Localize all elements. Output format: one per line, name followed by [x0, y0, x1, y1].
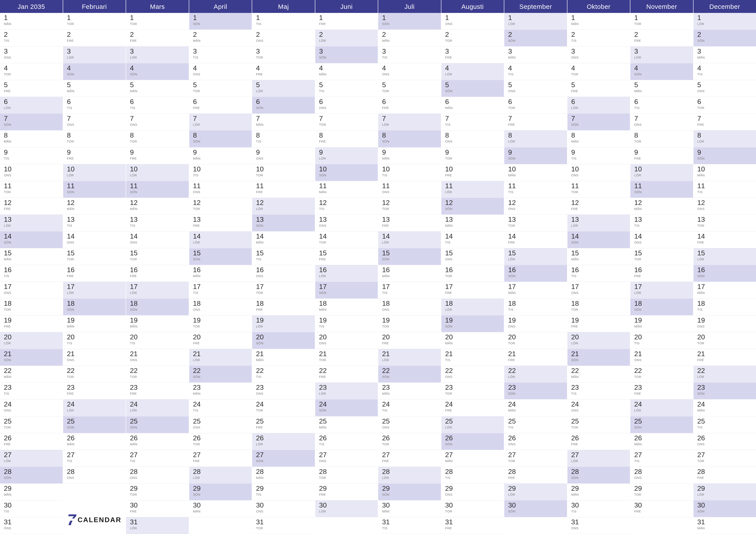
day-weekday: TIS	[193, 291, 252, 294]
day-number: 16	[697, 267, 756, 273]
day-cell: 17ONS	[567, 282, 630, 299]
day-number: 6	[571, 98, 630, 105]
day-weekday: TIS	[382, 291, 441, 294]
day-number: 22	[256, 367, 315, 374]
day-number: 22	[319, 367, 378, 374]
day-cell: 3MÅN	[693, 46, 756, 63]
day-cell: 28TOR	[315, 467, 378, 484]
day-number: 22	[67, 367, 126, 374]
day-cell: 2FRE	[630, 30, 693, 46]
day-weekday: FRE	[508, 476, 567, 479]
day-weekday: SÖN	[634, 308, 693, 311]
day-cell: 6FRE	[378, 97, 441, 114]
day-weekday: ONS	[4, 173, 63, 177]
day-weekday: FRE	[256, 72, 315, 76]
day-cell: 17SÖN	[315, 282, 378, 299]
day-number: 17	[571, 283, 630, 290]
day-cell: 15SÖN	[378, 248, 441, 265]
day-weekday: TOR	[697, 106, 756, 110]
day-number: 25	[67, 418, 126, 425]
day-cell: 10TIS	[189, 164, 252, 181]
day-cell: 23TIS	[0, 383, 63, 399]
day-number: 15	[571, 249, 630, 256]
day-cell: 20SÖN	[252, 332, 315, 349]
day-number: 21	[697, 350, 756, 357]
day-weekday: SÖN	[319, 173, 378, 177]
month-days: 1TOR2FRE3LÖR4SÖN5MÅN6TIS7ONS8TOR9FRE10LÖ…	[126, 13, 189, 534]
day-number: 7	[130, 115, 189, 122]
day-number: 27	[130, 451, 189, 458]
day-cell: 2LÖR	[315, 30, 378, 46]
day-cell: 15LÖR	[693, 248, 756, 265]
day-weekday: TOR	[193, 89, 252, 93]
day-cell: 8LÖR	[504, 131, 567, 147]
day-weekday: LÖR	[130, 526, 189, 530]
day-number: 16	[445, 267, 504, 273]
day-cell: 3LÖR	[63, 46, 126, 63]
month-column: November1TOR2FRE3LÖR4SÖN5MÅN6TIS7ONS8TOR…	[630, 0, 693, 534]
day-cell: 21SÖN	[0, 349, 63, 366]
day-cell: 19TIS	[315, 316, 378, 332]
day-weekday: MÅN	[382, 157, 441, 160]
day-weekday: SÖN	[193, 375, 252, 378]
day-weekday: SÖN	[571, 241, 630, 244]
day-number: 26	[130, 435, 189, 442]
day-weekday: MÅN	[571, 140, 630, 143]
day-number: 23	[256, 384, 315, 391]
day-number: 26	[382, 435, 441, 442]
day-weekday: LÖR	[256, 324, 315, 328]
day-weekday: FRE	[508, 241, 567, 244]
day-cell: 6ONS	[315, 97, 378, 114]
day-cell: 4TIS	[504, 63, 567, 80]
day-cell: 25TOR	[567, 417, 630, 433]
day-weekday: SÖN	[4, 123, 63, 126]
day-cell: 27ONS	[315, 450, 378, 467]
day-cell: 16MÅN	[189, 265, 252, 282]
day-cell: 16TOR	[441, 265, 504, 282]
day-cell: 28FRE	[504, 467, 567, 484]
day-weekday: MÅN	[193, 274, 252, 278]
day-number: 13	[256, 216, 315, 223]
day-weekday: SÖN	[697, 509, 756, 513]
day-weekday: FRE	[508, 358, 567, 362]
day-number: 18	[697, 300, 756, 307]
day-weekday: TOR	[382, 89, 441, 93]
day-weekday: TOR	[508, 459, 567, 463]
day-number: 27	[319, 451, 378, 458]
day-weekday: FRE	[697, 476, 756, 479]
month-header: November	[630, 0, 693, 13]
day-weekday: TIS	[4, 157, 63, 160]
day-cell: 17LÖR	[126, 282, 189, 299]
day-cell: 18TOR	[0, 299, 63, 316]
day-cell: 23LÖR	[315, 383, 378, 399]
day-number: 13	[697, 216, 756, 223]
day-weekday: TIS	[697, 425, 756, 429]
day-number: 29	[256, 485, 315, 492]
day-weekday: TOR	[256, 173, 315, 177]
day-weekday: FRE	[445, 291, 504, 294]
day-weekday: FRE	[319, 375, 378, 378]
day-number: 30	[130, 502, 189, 509]
day-number: 2	[445, 31, 504, 38]
day-weekday: ONS	[445, 493, 504, 496]
month-header: Juli	[378, 0, 441, 13]
day-cell: 22MÅN	[567, 366, 630, 383]
day-weekday: LÖR	[697, 140, 756, 143]
day-cell: 7TOR	[315, 114, 378, 131]
day-cell: 30LÖR	[315, 500, 378, 517]
day-weekday: TIS	[382, 408, 441, 412]
day-weekday: TOR	[634, 22, 693, 26]
day-cell: 8FRE	[315, 131, 378, 147]
day-number: 23	[193, 384, 252, 391]
day-cell: 24LÖR	[63, 399, 126, 416]
day-cell: 31MÅN	[693, 517, 756, 534]
day-weekday: TIS	[571, 274, 630, 278]
day-cell: 22MÅN	[0, 366, 63, 383]
day-cell: 9FRE	[126, 147, 189, 164]
day-weekday: SÖN	[697, 39, 756, 42]
day-weekday: LÖR	[508, 257, 567, 261]
day-cell: 29TOR	[126, 484, 189, 500]
day-cell: 19ONS	[504, 316, 567, 332]
day-cell: 31FRE	[441, 517, 504, 534]
day-weekday: TOR	[130, 22, 189, 26]
